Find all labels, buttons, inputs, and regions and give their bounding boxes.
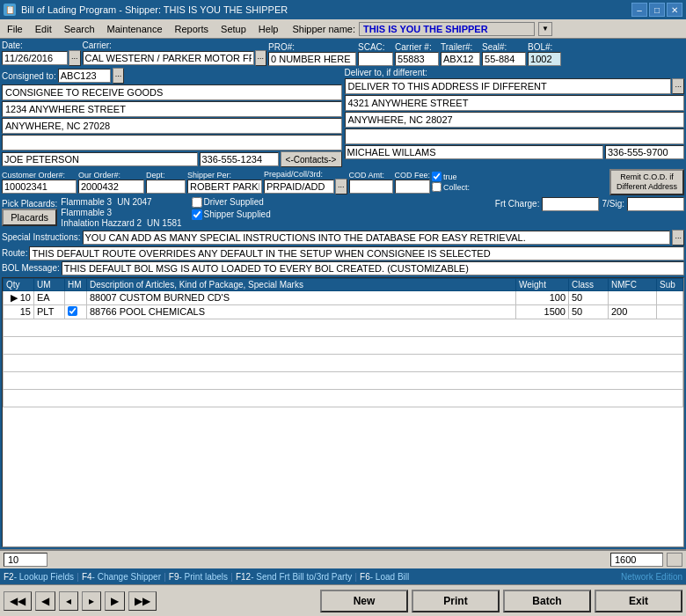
pro-input[interactable] (268, 52, 356, 66)
minimize-button[interactable]: – (631, 3, 647, 17)
bol-input[interactable] (528, 52, 561, 66)
cod-fee-input[interactable] (395, 180, 430, 194)
scac-input[interactable] (358, 52, 393, 66)
collect-checkbox[interactable] (432, 182, 442, 192)
empty-row[interactable] (4, 354, 683, 371)
trailer-input[interactable] (441, 52, 480, 66)
frt-charge-input[interactable] (542, 197, 599, 211)
menu-reports[interactable]: Reports (170, 22, 215, 36)
route-input[interactable] (29, 246, 684, 260)
col-um: UM (34, 278, 65, 290)
empty-row[interactable] (4, 371, 683, 389)
nav-last[interactable]: ▶▶ (128, 591, 157, 611)
shipper-per-label: Shipper Per: (187, 171, 262, 180)
contacts-button[interactable]: <-Contacts-> (281, 151, 342, 167)
nav-next-next[interactable]: ▶ (105, 591, 125, 611)
batch-button[interactable]: Batch (503, 590, 591, 612)
consigned-line2[interactable] (2, 101, 342, 117)
prepaid-ellipsis[interactable]: ··· (335, 179, 347, 194)
consigned-ellipsis[interactable]: ··· (113, 68, 125, 84)
total-qty-status[interactable] (4, 553, 47, 567)
special-instructions-input[interactable] (83, 231, 671, 245)
deliver-line1[interactable] (345, 78, 672, 94)
scrollbar-down[interactable] (667, 553, 682, 567)
nav-first[interactable]: ◀◀ (4, 591, 32, 611)
row2-hm-checkbox[interactable] (68, 306, 77, 316)
menu-bar: File Edit Search Maintenance Reports Set… (0, 19, 686, 39)
date-ellipsis[interactable]: ··· (69, 50, 81, 66)
table-row[interactable]: 15 PLT 88766 POOL CHEMICALS 1500 50 200 (4, 304, 683, 319)
deliver-line2[interactable] (345, 95, 685, 111)
date-input[interactable] (2, 51, 68, 65)
consigned-label: Consigned to: (2, 71, 56, 81)
close-button[interactable]: ✕ (667, 3, 682, 17)
maximize-button[interactable]: □ (649, 3, 665, 17)
menu-edit[interactable]: Edit (30, 22, 57, 36)
prepaid-checkbox[interactable] (432, 172, 442, 181)
shipper-per-input[interactable] (187, 180, 262, 194)
consigned-line1[interactable] (2, 84, 342, 100)
driver-supplied-checkbox[interactable] (192, 197, 202, 208)
row2-class: 50 (569, 304, 609, 319)
carrier-num-label: Carrier #: (395, 42, 439, 52)
consigned-name[interactable] (2, 152, 198, 166)
cod-amt-input[interactable] (349, 180, 393, 194)
our-order-input[interactable] (78, 180, 144, 194)
total-weight-status[interactable] (610, 553, 663, 567)
shipper-dropdown-btn[interactable]: ▼ (538, 22, 552, 36)
consigned-line3[interactable] (2, 118, 342, 134)
consigned-phone[interactable] (200, 152, 279, 166)
empty-row[interactable] (4, 319, 683, 336)
prepaid-input[interactable] (264, 180, 334, 194)
nav-next[interactable]: ▸ (82, 591, 101, 611)
hotkey-f4[interactable]: F4- Change Shipper (82, 572, 161, 582)
hotkey-f2[interactable]: F2- Lookup Fields (4, 572, 74, 582)
cust-order-input[interactable] (2, 180, 77, 194)
dept-label: Dept: (146, 171, 186, 180)
col-hm: HM (65, 278, 87, 290)
table-row[interactable]: ▶ 10 EA 88007 CUSTOM BURNED CD'S 100 50 (4, 290, 683, 304)
app-icon: 📋 (4, 4, 16, 16)
nav-prev-prev[interactable]: ◀ (35, 591, 55, 611)
row1-weight: 100 (516, 290, 569, 304)
menu-setup[interactable]: Setup (215, 22, 252, 36)
row1-indicator: ▶ 10 (4, 290, 34, 304)
exit-button[interactable]: Exit (595, 590, 682, 612)
remit-cod-button[interactable]: Remit C.O.D. if Different Address (609, 169, 684, 195)
empty-row[interactable] (4, 389, 683, 407)
seal-input[interactable] (482, 52, 526, 66)
placards-button[interactable]: Placards (2, 209, 57, 226)
deliver-name[interactable] (345, 145, 604, 159)
row2-nmfc: 200 (609, 304, 657, 319)
nav-prev[interactable]: ◂ (59, 591, 78, 611)
hotkey-f9[interactable]: F9- Print labels (169, 572, 228, 582)
title-bar: 📋 Bill of Lading Program - Shipper: THIS… (0, 0, 686, 19)
menu-maintenance[interactable]: Maintenance (102, 22, 168, 36)
empty-row[interactable] (4, 336, 683, 354)
new-button[interactable]: New (320, 590, 408, 612)
dept-input[interactable] (146, 180, 186, 194)
hotkey-f6[interactable]: F6- Load Bill (360, 572, 409, 582)
row2-weight: 1500 (516, 304, 569, 319)
network-edition: Network Edition (621, 572, 682, 582)
title-bar-title: Bill of Lading Program - Shipper: THIS I… (21, 4, 288, 15)
deliver-line4[interactable] (345, 128, 685, 144)
print-button[interactable]: Print (412, 590, 500, 612)
menu-search[interactable]: Search (59, 22, 100, 36)
carrier-num-input[interactable] (395, 52, 439, 66)
carrier-input[interactable] (83, 51, 254, 65)
bol-message-input[interactable] (62, 261, 684, 275)
special-instructions-ellipsis[interactable]: ··· (672, 230, 684, 246)
deliver-ellipsis[interactable]: ··· (672, 78, 684, 94)
hotkey-f12[interactable]: F12- Send Frt Bill to/3rd Party (236, 572, 352, 582)
menu-help[interactable]: Help (253, 22, 284, 36)
shipper-name-value[interactable]: THIS IS YOU THE SHIPPER (359, 22, 535, 36)
shipper-supplied-checkbox[interactable] (192, 209, 202, 220)
consigned-line4[interactable] (2, 135, 342, 150)
abc123-input[interactable] (58, 69, 111, 83)
menu-file[interactable]: File (2, 22, 28, 36)
deliver-line3[interactable] (345, 112, 685, 128)
sig-input[interactable] (627, 197, 684, 211)
carrier-ellipsis[interactable]: ··· (255, 50, 267, 66)
deliver-phone[interactable] (605, 145, 684, 159)
